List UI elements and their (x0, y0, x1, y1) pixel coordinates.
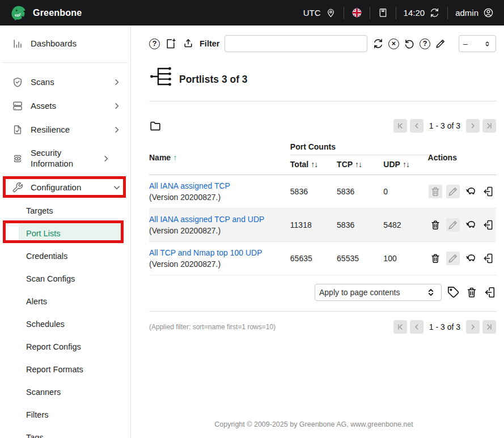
edit-button[interactable] (446, 218, 460, 232)
trashcan-folder-button[interactable] (149, 120, 162, 132)
main-content: ? Filter × ? – (132, 25, 504, 438)
first-page-icon (396, 322, 405, 331)
manual-book-icon[interactable] (378, 7, 388, 18)
upload-icon (183, 38, 194, 49)
update-filter-button[interactable] (372, 38, 384, 49)
column-header-tcp[interactable]: TCP↑↓ (337, 155, 383, 175)
reset-filter-button[interactable] (404, 38, 415, 49)
upload-filter-button[interactable] (183, 38, 194, 49)
cell-total: 5836 (290, 175, 337, 209)
sidebar-item-targets[interactable]: Targets (0, 199, 130, 222)
tag-icon (447, 286, 460, 299)
sidebar-item-security-information[interactable]: Security Information (0, 142, 130, 176)
remove-filter-button[interactable]: × (388, 38, 399, 49)
sidebar-item-assets[interactable]: Assets (0, 94, 130, 118)
refresh-icon[interactable] (429, 7, 440, 18)
edit-button[interactable] (446, 185, 460, 198)
location-pin-icon (325, 7, 336, 18)
sidebar-item-filters[interactable]: Filters (0, 403, 130, 426)
brand[interactable]: Greenbone (10, 5, 82, 22)
column-header-name[interactable]: Name↑ (149, 140, 290, 175)
cell-total: 11318 (290, 209, 337, 242)
language-flag-icon[interactable] (351, 7, 362, 18)
clone-sheep-icon (465, 253, 476, 264)
cell-udp: 100 (383, 242, 427, 275)
sidebar-item-report-formats[interactable]: Report Formats (0, 358, 130, 381)
export-button[interactable] (481, 252, 495, 265)
filter-label: Filter (200, 39, 219, 48)
port-list-link[interactable]: All IANA assigned TCP and UDP (149, 215, 264, 224)
bulk-action-select[interactable]: Apply to page contents (315, 284, 442, 301)
first-page-icon (396, 121, 405, 130)
help-icon: ? (420, 39, 430, 49)
pagination-prev-button[interactable] (410, 119, 423, 133)
export-button[interactable] (481, 218, 495, 232)
port-list-link[interactable]: All IANA assigned TCP (149, 181, 230, 190)
sidebar-item-resilience[interactable]: Resilience (0, 118, 130, 142)
bulk-export-button[interactable] (484, 286, 496, 299)
sidebar-item-credentials[interactable]: Credentials (0, 245, 130, 267)
cell-udp: 0 (383, 175, 427, 209)
saved-filter-select[interactable]: – (459, 35, 496, 52)
sidebar-item-tags[interactable]: Tags (0, 426, 130, 438)
pagination-first-button[interactable] (393, 119, 407, 133)
pagination-label: 1 - 3 of 3 (429, 121, 460, 130)
column-header-total[interactable]: Total↑↓ (290, 155, 337, 175)
edit-filter-button[interactable] (435, 38, 446, 49)
pencil-icon (447, 219, 459, 231)
export-button[interactable] (481, 185, 495, 198)
clone-sheep-icon (465, 186, 476, 197)
greenbone-logo-icon (10, 5, 27, 22)
pagination-last-button[interactable] (482, 320, 496, 334)
sidebar-item-scanners[interactable]: Scanners (0, 381, 130, 403)
pagination-first-button[interactable] (393, 320, 407, 334)
help-button[interactable]: ? (149, 38, 160, 49)
folder-icon (149, 120, 162, 132)
divider (2, 62, 128, 63)
user-menu[interactable]: admin (455, 7, 494, 18)
trash-button[interactable] (429, 252, 442, 265)
cell-tcp: 65535 (337, 242, 383, 275)
chevron-right-icon (100, 153, 112, 164)
edit-button[interactable] (446, 252, 460, 265)
divider (344, 7, 344, 19)
trash-button[interactable] (429, 218, 442, 232)
pagination-next-button[interactable] (466, 320, 480, 334)
undo-icon (404, 38, 415, 49)
new-filter-button[interactable] (165, 38, 176, 49)
bulk-trash-button[interactable] (465, 286, 478, 299)
sidebar-item-report-configs[interactable]: Report Configs (0, 335, 130, 358)
port-list-link[interactable]: All TCP and Nmap top 100 UDP (149, 248, 262, 257)
sidebar-item-scan-configs[interactable]: Scan Configs (0, 267, 130, 290)
sidebar-item-port-lists[interactable]: Port Lists (19, 224, 121, 243)
sidebar-item-dashboards[interactable]: Dashboards (0, 32, 130, 55)
timezone-selector[interactable]: UTC (303, 7, 336, 18)
export-icon (482, 219, 494, 231)
sidebar-item-schedules[interactable]: Schedules (0, 313, 130, 335)
filter-input[interactable] (225, 35, 367, 52)
sidebar-item-configuration[interactable]: Configuration (0, 176, 130, 199)
trash-button[interactable] (429, 185, 442, 198)
session-timer: 14:20 (404, 8, 425, 18)
table-row: All IANA assigned TCP and UDP (Version 2… (149, 209, 496, 242)
sidebar: Dashboards Scans Assets Resilience Secur… (0, 25, 131, 438)
clone-button[interactable] (464, 218, 477, 232)
port-list-version: (Version 20200827.) (149, 193, 285, 202)
sidebar-item-scans[interactable]: Scans (0, 70, 130, 94)
column-header-udp[interactable]: UDP↑↓ (383, 155, 427, 175)
sidebar-item-alerts[interactable]: Alerts (0, 290, 130, 313)
pagination-next-button[interactable] (466, 119, 480, 133)
wrench-icon (12, 182, 23, 193)
port-lists-table: Name↑ Port Counts Actions Total↑↓ TCP↑↓ … (149, 140, 496, 275)
table-row: All TCP and Nmap top 100 UDP (Version 20… (149, 242, 496, 275)
clone-button[interactable] (464, 185, 477, 198)
bar-chart-icon (12, 38, 23, 49)
divider (447, 7, 448, 19)
clone-button[interactable] (464, 252, 477, 265)
bulk-tag-button[interactable] (447, 286, 460, 299)
filter-help-button[interactable]: ? (420, 38, 430, 49)
chevron-up-down-icon (425, 286, 437, 299)
pagination-prev-button[interactable] (410, 320, 423, 334)
pagination-last-button[interactable] (482, 119, 496, 133)
brand-name: Greenbone (33, 8, 82, 18)
